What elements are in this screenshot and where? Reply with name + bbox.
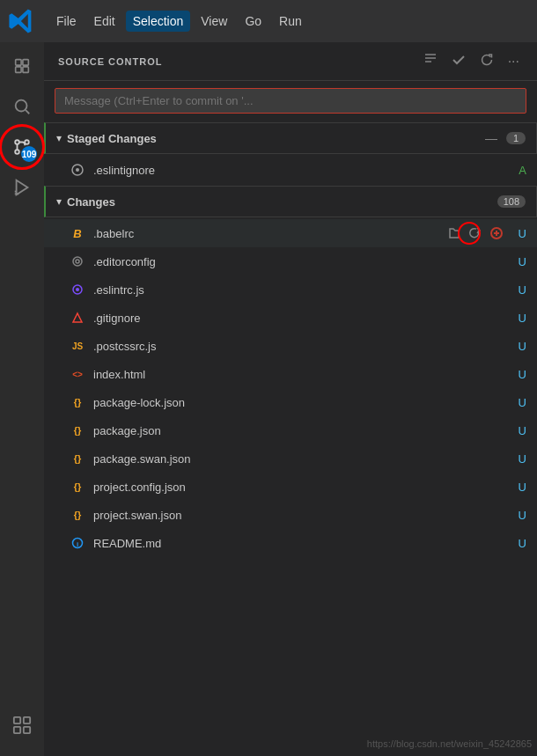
discard-changes-icon[interactable] bbox=[467, 224, 484, 242]
menu-file[interactable]: File bbox=[49, 11, 84, 32]
change-filename-package-lock: package-lock.json bbox=[93, 396, 512, 409]
change-file-project-config[interactable]: {} project.config.json U bbox=[44, 473, 537, 501]
svg-text:i: i bbox=[77, 540, 78, 548]
staged-chevron-icon: ▾ bbox=[56, 132, 62, 144]
source-control-badge: 109 bbox=[21, 146, 37, 162]
change-filename-editorconfig: .editorconfig bbox=[93, 255, 512, 268]
commit-message-input[interactable] bbox=[55, 88, 526, 114]
staged-file-eslintignore[interactable]: .eslintignore A bbox=[44, 156, 537, 184]
change-status-project-swan: U bbox=[512, 509, 526, 522]
staged-count: 1 bbox=[506, 132, 526, 144]
unstage-all-icon[interactable]: — bbox=[483, 129, 499, 147]
change-status-gitignore: U bbox=[512, 312, 526, 325]
svg-point-4 bbox=[16, 100, 27, 112]
staged-status-eslintignore: A bbox=[512, 164, 526, 177]
panel-header: SOURCE CONTROL bbox=[44, 42, 537, 81]
project-config-file-icon: {} bbox=[69, 478, 86, 495]
more-actions-icon[interactable]: ··· bbox=[504, 52, 523, 71]
postcssrc-file-icon: JS bbox=[69, 337, 86, 355]
commit-area bbox=[44, 81, 537, 121]
changes-header[interactable]: ▾ Changes 108 bbox=[44, 186, 537, 217]
svg-point-8 bbox=[15, 150, 19, 154]
staged-changes-header[interactable]: ▾ Staged Changes — 1 bbox=[44, 122, 537, 154]
svg-point-20 bbox=[76, 168, 79, 172]
change-filename-gitignore: .gitignore bbox=[93, 312, 512, 325]
svg-point-27 bbox=[76, 288, 79, 291]
change-filename-indexhtml: index.html bbox=[93, 368, 512, 381]
commit-staged-icon[interactable] bbox=[420, 51, 441, 72]
panel-title: SOURCE CONTROL bbox=[58, 56, 420, 67]
change-filename-project-swan: project.swan.json bbox=[93, 509, 512, 522]
activity-extensions[interactable] bbox=[5, 708, 39, 742]
file-list: ▾ Staged Changes — 1 .eslintignore A bbox=[44, 121, 537, 756]
menu-bar: File Edit Selection View Go Run bbox=[49, 11, 309, 32]
change-file-project-swan[interactable]: {} project.swan.json U bbox=[44, 501, 537, 529]
change-status-eslintrc: U bbox=[512, 283, 526, 297]
svg-point-25 bbox=[76, 260, 79, 263]
eslintrc-file-icon bbox=[69, 281, 86, 298]
menu-go[interactable]: Go bbox=[238, 11, 268, 32]
changes-label: Changes bbox=[67, 195, 497, 209]
indexhtml-file-icon: <> bbox=[69, 365, 86, 383]
title-bar: File Edit Selection View Go Run bbox=[0, 0, 537, 42]
svg-rect-2 bbox=[16, 67, 21, 72]
svg-line-5 bbox=[26, 110, 29, 114]
svg-rect-1 bbox=[23, 60, 28, 65]
svg-rect-0 bbox=[16, 60, 21, 65]
commit-check-icon[interactable] bbox=[448, 51, 469, 72]
change-file-readme[interactable]: i README.md U bbox=[44, 529, 537, 557]
menu-view[interactable]: View bbox=[194, 11, 234, 32]
activity-source-control[interactable]: 109 bbox=[5, 130, 39, 164]
changes-count: 108 bbox=[497, 195, 526, 208]
change-file-indexhtml[interactable]: <> index.html U bbox=[44, 360, 537, 388]
menu-edit[interactable]: Edit bbox=[87, 11, 122, 32]
change-status-package-lock: U bbox=[512, 396, 526, 409]
staged-changes-label: Staged Changes bbox=[67, 132, 483, 145]
changes-section-actions: 108 bbox=[497, 195, 526, 208]
change-filename-readme: README.md bbox=[93, 537, 512, 550]
open-file-icon[interactable] bbox=[445, 224, 463, 242]
change-status-indexhtml: U bbox=[512, 368, 526, 381]
staged-section-actions: — 1 bbox=[483, 129, 526, 147]
activity-explorer[interactable] bbox=[5, 49, 39, 83]
activity-search[interactable] bbox=[5, 90, 39, 123]
babelrc-actions bbox=[445, 224, 505, 242]
svg-marker-28 bbox=[73, 313, 82, 322]
vscode-logo-icon bbox=[7, 7, 35, 35]
gitignore-file-icon bbox=[69, 309, 86, 327]
change-file-postcssrc[interactable]: JS .postcssrc.js U bbox=[44, 332, 537, 360]
change-status-babelrc: U bbox=[512, 227, 526, 240]
change-file-eslintrc[interactable]: .eslintrc.js U bbox=[44, 275, 537, 304]
change-status-postcssrc: U bbox=[512, 340, 526, 353]
source-control-panel: SOURCE CONTROL bbox=[44, 42, 537, 756]
change-filename-babelrc: .babelrc bbox=[93, 227, 445, 240]
change-file-babelrc[interactable]: B .babelrc bbox=[44, 219, 537, 247]
changes-chevron-icon: ▾ bbox=[56, 195, 62, 208]
package-swan-file-icon: {} bbox=[69, 450, 86, 467]
refresh-icon[interactable] bbox=[476, 51, 497, 72]
stage-changes-btn[interactable] bbox=[488, 224, 505, 242]
change-filename-package-json: package.json bbox=[93, 424, 512, 437]
change-file-editorconfig[interactable]: .editorconfig U bbox=[44, 247, 537, 275]
change-file-package-lock[interactable]: {} package-lock.json U bbox=[44, 388, 537, 416]
svg-rect-12 bbox=[14, 717, 20, 723]
activity-run[interactable] bbox=[5, 171, 39, 204]
change-file-gitignore[interactable]: .gitignore U bbox=[44, 304, 537, 332]
svg-marker-9 bbox=[17, 180, 28, 195]
change-status-editorconfig: U bbox=[512, 255, 526, 268]
eslintignore-file-icon bbox=[69, 161, 86, 179]
change-status-project-config: U bbox=[512, 481, 526, 494]
change-file-package-json[interactable]: {} package.json U bbox=[44, 416, 537, 444]
change-status-package-json: U bbox=[512, 424, 526, 437]
change-file-package-swan[interactable]: {} package.swan.json U bbox=[44, 444, 537, 473]
watermark: https://blog.csdn.net/weixin_45242865 bbox=[362, 737, 537, 751]
readme-file-icon: i bbox=[69, 534, 86, 552]
svg-point-6 bbox=[15, 140, 19, 144]
svg-rect-15 bbox=[24, 727, 30, 733]
package-json-file-icon: {} bbox=[69, 422, 86, 439]
project-swan-file-icon: {} bbox=[69, 506, 86, 524]
menu-selection[interactable]: Selection bbox=[126, 11, 191, 32]
staged-filename-eslintignore: .eslintignore bbox=[93, 164, 512, 177]
menu-run[interactable]: Run bbox=[272, 11, 309, 32]
editorconfig-file-icon bbox=[69, 253, 86, 270]
